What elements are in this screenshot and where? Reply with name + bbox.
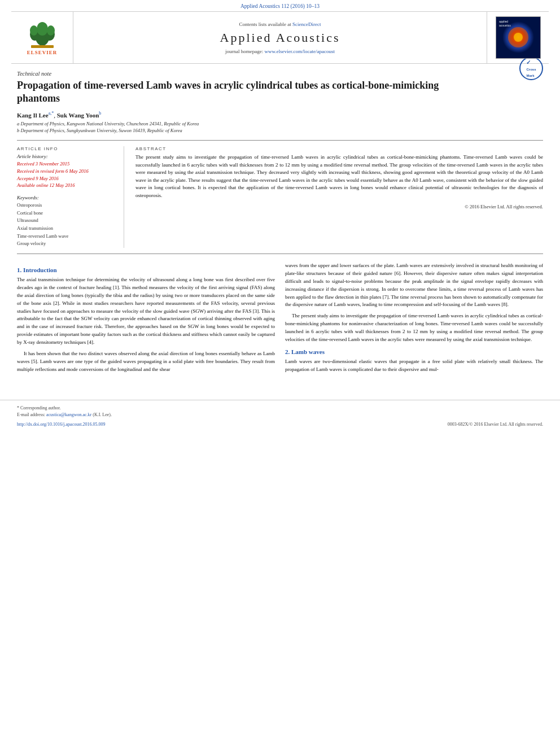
svg-point-4	[37, 22, 48, 36]
article-info-column: ARTICLE INFO Article history: Received 3…	[17, 146, 124, 248]
intro-right-body: waves from the upper and lower surfaces …	[285, 262, 543, 344]
intro-section-title: 1. Introduction	[17, 267, 275, 273]
journal-header: ELSEVIER Contents lists available at Sci…	[11, 11, 549, 64]
body-two-col: 1. Introduction The axial transmission t…	[17, 262, 543, 377]
journal-cover-area: applied acoustics	[487, 12, 549, 63]
footnote-corresponding: * Corresponding author.	[17, 405, 543, 412]
keyword-1: Osteoporosis	[17, 202, 116, 209]
crossmark-badge: ✓CrossMark	[519, 56, 543, 80]
intro-body: The axial transmission technique for det…	[17, 276, 275, 374]
divider-1	[17, 140, 543, 141]
svg-point-6	[47, 25, 55, 36]
keyword-4: Axial transmission	[17, 225, 116, 233]
affiliation-b: b Department of Physics, Sungkyunkwan Un…	[17, 128, 543, 134]
page: Applied Acoustics 112 (2016) 10–13	[0, 0, 560, 747]
keyword-2: Cortical bone	[17, 209, 116, 217]
affiliations: a Department of Physics, Kangwon Nationa…	[17, 121, 543, 134]
body-content: 1. Introduction The axial transmission t…	[17, 262, 543, 377]
doi-link[interactable]: http://dx.doi.org/10.1016/j.apacoust.201…	[17, 422, 106, 427]
info-abstract-section: ARTICLE INFO Article history: Received 3…	[17, 146, 543, 248]
journal-name: Applied Acoustics	[220, 30, 340, 45]
lamb-para-1: Lamb waves are two-dimensional elastic w…	[285, 358, 543, 374]
history-received: Received 3 November 2015	[17, 160, 116, 168]
article-title: Propagation of time-reversed Lamb waves …	[17, 79, 480, 106]
journal-cover-svg: applied acoustics	[496, 17, 540, 58]
article-history: Article history: Received 3 November 201…	[17, 154, 116, 189]
footer-bottom: http://dx.doi.org/10.1016/j.apacoust.201…	[17, 422, 543, 427]
article-info-header: ARTICLE INFO	[17, 146, 116, 151]
elsevier-logo: ELSEVIER	[23, 20, 62, 55]
intro-para-1: The axial transmission technique for det…	[17, 276, 275, 347]
keyword-3: Ultrasound	[17, 217, 116, 225]
keyword-6: Group velocity	[17, 240, 116, 248]
lamb-section-title: 2. Lamb waves	[285, 348, 543, 355]
history-accepted: Accepted 9 May 2016	[17, 175, 116, 182]
sciencedirect-link[interactable]: ScienceDirect	[292, 21, 321, 27]
journal-homepage: journal homepage: www.elsevier.com/locat…	[225, 49, 335, 54]
abstract-text: The present study aims to investigate th…	[135, 154, 543, 199]
journal-ref-bar: Applied Acoustics 112 (2016) 10–13	[0, 0, 560, 11]
intro-para-2: It has been shown that the two distinct …	[17, 350, 275, 374]
svg-point-11	[514, 33, 523, 42]
keywords-section: Keywords: Osteoporosis Cortical bone Ult…	[17, 195, 116, 248]
svg-rect-7	[31, 45, 54, 48]
keyword-5: Time-reversed Lamb wave	[17, 233, 116, 241]
svg-point-5	[30, 25, 38, 36]
author-kang: Kang Il Leea,*, Suk Wang Yoonb	[17, 112, 101, 119]
article-type-label: Technical note	[17, 71, 543, 77]
journal-cover-image: applied acoustics	[496, 16, 541, 59]
keywords-title: Keywords:	[17, 195, 116, 200]
email-link[interactable]: acustica@kangwon.ac.kr	[46, 412, 91, 417]
footnote-email: E-mail address: acustica@kangwon.ac.kr (…	[17, 412, 543, 418]
divider-2	[17, 254, 543, 254]
svg-text:applied: applied	[499, 20, 508, 23]
authors-line: Kang Il Leea,*, Suk Wang Yoonb	[17, 111, 543, 119]
abstract-column: ABSTRACT The present study aims to inves…	[135, 146, 543, 248]
lamb-body: Lamb waves are two-dimensional elastic w…	[285, 358, 543, 374]
elsevier-logo-area: ELSEVIER	[11, 12, 73, 63]
journal-ref-text: Applied Acoustics 112 (2016) 10–13	[240, 3, 320, 9]
elsevier-tree-icon	[23, 20, 62, 49]
body-right-col: waves from the upper and lower surfaces …	[285, 262, 543, 377]
body-left-col: 1. Introduction The axial transmission t…	[17, 262, 275, 377]
contents-availability: Contents lists available at ScienceDirec…	[239, 21, 321, 27]
affiliation-a: a Department of Physics, Kangwon Nationa…	[17, 121, 543, 128]
history-title: Article history:	[17, 154, 116, 159]
copyright: © 2016 Elsevier Ltd. All rights reserved…	[135, 204, 543, 209]
history-online: Available online 12 May 2016	[17, 182, 116, 189]
main-content: Technical note Propagation of time-rever…	[0, 64, 560, 388]
svg-text:acoustics: acoustics	[499, 24, 511, 27]
intro-right-para-2: The present study aims to investigate th…	[285, 312, 543, 344]
journal-header-center: Contents lists available at ScienceDirec…	[73, 12, 487, 63]
abstract-header: ABSTRACT	[135, 146, 543, 151]
crossmark-icon: ✓CrossMark	[526, 59, 536, 78]
page-footer: * Corresponding author. E-mail address: …	[0, 400, 560, 427]
intro-right-para-1: waves from the upper and lower surfaces …	[285, 262, 543, 309]
homepage-url[interactable]: www.elsevier.com/locate/apacoust	[265, 49, 335, 54]
issn-text: 0003-682X/© 2016 Elsevier Ltd. All right…	[448, 422, 543, 427]
history-revised: Received in revised form 6 May 2016	[17, 168, 116, 175]
elsevier-name: ELSEVIER	[27, 50, 58, 55]
